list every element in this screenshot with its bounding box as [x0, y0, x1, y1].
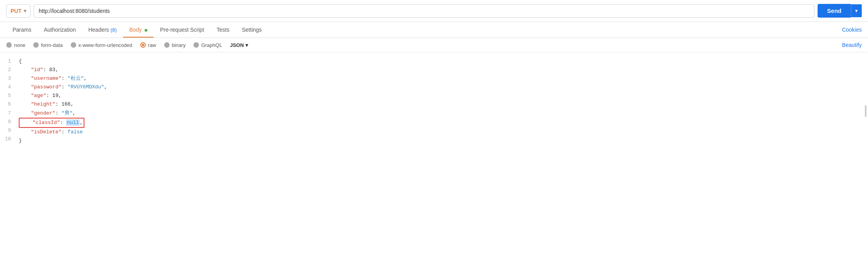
- send-button-group: Send ▾: [818, 4, 862, 18]
- radio-none-icon: [6, 42, 12, 48]
- code-line-2: "id": 83,: [19, 66, 868, 74]
- body-type-bar: none form-data x-www-form-urlencoded raw…: [0, 38, 868, 52]
- radio-form-data-icon: [33, 42, 39, 48]
- radio-graphql-icon: [193, 42, 199, 48]
- beautify-button[interactable]: Beautify: [842, 42, 862, 48]
- code-line-10: }: [19, 136, 868, 145]
- body-type-urlencoded[interactable]: x-www-form-urlencoded: [71, 42, 132, 48]
- tab-tests[interactable]: Tests: [210, 22, 236, 38]
- radio-raw-icon: [140, 42, 146, 48]
- tab-params[interactable]: Params: [6, 22, 38, 38]
- tab-headers[interactable]: Headers (8): [82, 22, 123, 38]
- scrollbar[interactable]: [865, 105, 866, 117]
- tab-settings[interactable]: Settings: [236, 22, 268, 38]
- radio-urlencoded-icon: [71, 42, 76, 48]
- body-type-raw[interactable]: raw: [140, 42, 156, 48]
- body-type-graphql[interactable]: GraphQL: [193, 42, 222, 48]
- format-chevron-icon: ▾: [245, 42, 248, 48]
- tab-body[interactable]: Body: [123, 22, 154, 38]
- url-input[interactable]: [34, 4, 814, 18]
- send-button[interactable]: Send: [818, 4, 851, 18]
- tab-prerequest[interactable]: Pre-request Script: [154, 22, 210, 38]
- headers-badge: (8): [111, 27, 117, 33]
- code-line-9: "isDelete": false: [19, 128, 868, 136]
- code-line-1: {: [19, 57, 868, 66]
- method-select[interactable]: PUT ▾: [6, 4, 30, 18]
- code-line-8: "classId": null,: [19, 118, 868, 128]
- body-dot-icon: [145, 29, 147, 32]
- code-line-6: "height": 166,: [19, 100, 868, 109]
- code-line-7: "gender": "男",: [19, 109, 868, 118]
- send-dropdown-button[interactable]: ▾: [851, 4, 862, 17]
- format-dropdown[interactable]: JSON ▾: [230, 42, 248, 48]
- cookies-link[interactable]: Cookies: [842, 22, 862, 38]
- line-numbers: 1 2 3 4 5 6 7 8 9 10: [0, 57, 16, 165]
- url-bar: PUT ▾ Send ▾: [0, 0, 868, 22]
- code-line-5: "age": 19,: [19, 92, 868, 100]
- body-type-form-data[interactable]: form-data: [33, 42, 63, 48]
- radio-binary-icon: [164, 42, 170, 48]
- code-content: { "id": 83, "username": "杜云", "password"…: [16, 57, 868, 165]
- code-line-4: "password": "RVUY6MDXdu",: [19, 83, 868, 92]
- code-line-3: "username": "杜云",: [19, 74, 868, 83]
- body-type-none[interactable]: none: [6, 42, 25, 48]
- tab-authorization[interactable]: Authorization: [38, 22, 82, 38]
- method-chevron-icon: ▾: [24, 8, 26, 14]
- code-editor[interactable]: 1 2 3 4 5 6 7 8 9 10 { "id": 83, "userna…: [0, 52, 868, 170]
- method-label: PUT: [11, 8, 21, 14]
- tab-bar: Params Authorization Headers (8) Body Pr…: [0, 22, 868, 38]
- body-type-binary[interactable]: binary: [164, 42, 186, 48]
